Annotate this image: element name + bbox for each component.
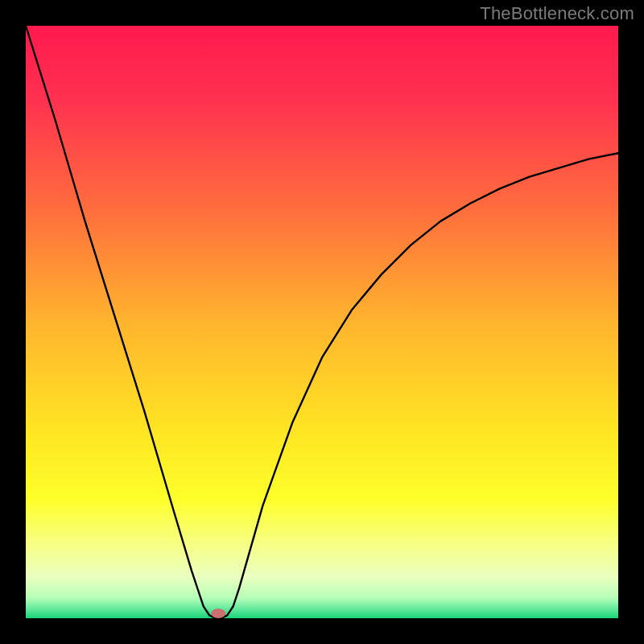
chart-frame: TheBottleneck.com — [0, 0, 644, 644]
watermark-text: TheBottleneck.com — [480, 3, 634, 24]
chart-background — [26, 26, 618, 618]
bottleneck-chart — [0, 0, 644, 644]
optimum-marker — [211, 609, 225, 618]
